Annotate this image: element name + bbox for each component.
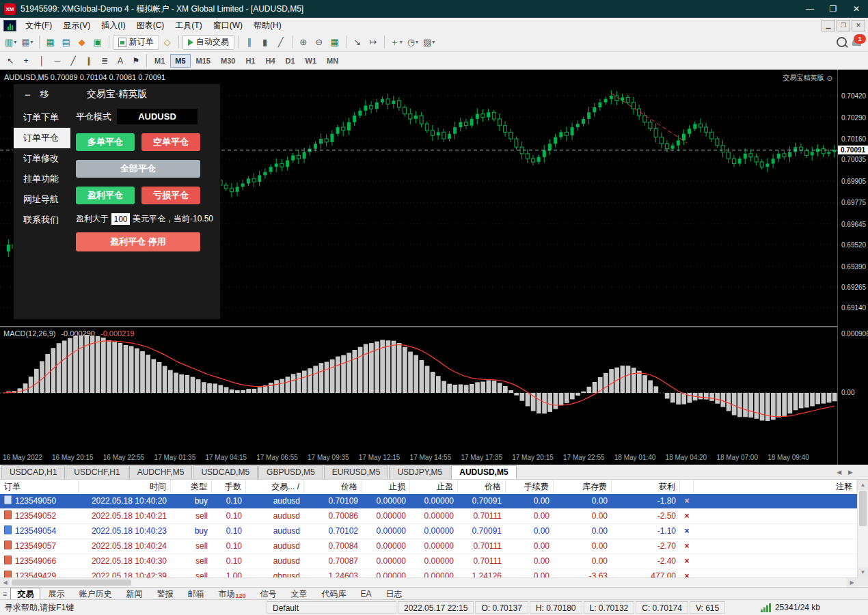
- chart-tab-usdcad-h1[interactable]: USDCAD,H1: [1, 465, 65, 479]
- menu-item-window[interactable]: 窗口(W): [208, 18, 248, 33]
- order-row[interactable]: 1235490542022.05.18 10:40:23buy0.10audus…: [0, 524, 857, 539]
- profit-close-toggle-button[interactable]: 盈利平仓 停用: [76, 232, 200, 251]
- market-watch-icon[interactable]: ▦: [43, 35, 58, 50]
- chart-tab-eurusd-m5[interactable]: EURUSD,M5: [324, 465, 389, 479]
- timeframe-m1[interactable]: M1: [150, 54, 169, 68]
- close-order-button[interactable]: ×: [680, 524, 694, 538]
- text-icon[interactable]: A: [113, 53, 128, 68]
- minimize-button[interactable]: —: [798, 0, 822, 18]
- menu-item-charts[interactable]: 图表(C): [131, 18, 170, 33]
- terminal-tab-警报[interactable]: 警报: [150, 588, 180, 600]
- profiles-icon[interactable]: ▦▾: [19, 35, 35, 50]
- order-row[interactable]: 1235490522022.05.18 10:40:21sell0.10audu…: [0, 509, 857, 524]
- notifications-area[interactable]: 1: [852, 38, 861, 46]
- order-row[interactable]: 1235490662022.05.18 10:40:30sell0.10audu…: [0, 554, 857, 569]
- panel-menu-item[interactable]: 联系我们: [14, 210, 70, 230]
- terminal-tab-文章[interactable]: 文章: [284, 588, 314, 600]
- terminal-tab-账户历史[interactable]: 账户历史: [72, 588, 118, 600]
- tile-windows-icon[interactable]: ▦: [327, 35, 342, 50]
- close-profit-button[interactable]: 盈利平仓: [76, 187, 135, 204]
- terminal-tab-展示[interactable]: 展示: [41, 588, 71, 600]
- close-button[interactable]: ✕: [845, 0, 868, 18]
- zoom-out-icon[interactable]: ⊖: [312, 35, 327, 50]
- close-order-button[interactable]: ×: [680, 509, 694, 523]
- order-row[interactable]: 1235490502022.05.18 10:40:20buy0.10audus…: [0, 494, 857, 509]
- new-chart-icon[interactable]: ▥▾: [3, 35, 18, 50]
- zoom-in-icon[interactable]: ⊕: [296, 35, 311, 50]
- profile-selector[interactable]: Default: [267, 601, 396, 614]
- terminal-icon[interactable]: ▣: [90, 35, 105, 50]
- chart-tab-gbpusd-m5[interactable]: GBPUSD,M5: [258, 465, 323, 479]
- horizontal-line-icon[interactable]: ─: [50, 53, 65, 68]
- scroll-down-icon[interactable]: ▼: [858, 567, 868, 577]
- column-header-tp[interactable]: 止盈: [410, 480, 458, 494]
- price-scale[interactable]: 0.704200.702900.701600.700350.699050.697…: [837, 70, 868, 465]
- terminal-tab-EA[interactable]: EA: [353, 588, 378, 600]
- column-header-profit[interactable]: 获利: [612, 480, 680, 494]
- trendline-icon[interactable]: ╱: [66, 53, 81, 68]
- terminal-tab-邮箱[interactable]: 邮箱: [180, 588, 211, 600]
- column-header-time[interactable]: 时间: [79, 480, 171, 494]
- terminal-panels-icon[interactable]: ≡: [3, 590, 7, 598]
- panel-menu-item[interactable]: 订单平仓: [14, 128, 70, 148]
- column-header-type[interactable]: 类型: [171, 480, 212, 494]
- terminal-tab-市场[interactable]: 市场120: [211, 588, 252, 600]
- chart-tab-audchf-m5[interactable]: AUDCHF,M5: [129, 465, 193, 479]
- column-header-lots[interactable]: 手数: [212, 480, 246, 494]
- new-order-button[interactable]: 新订单: [113, 35, 159, 50]
- column-header-sl[interactable]: 止损: [362, 480, 410, 494]
- chart-area[interactable]: AUDUSD,M5 0.70089 0.70104 0.70081 0.7009…: [0, 70, 868, 465]
- column-header-price2[interactable]: 价格: [458, 480, 506, 494]
- indicators-icon[interactable]: ＋▾: [388, 35, 405, 50]
- timeframe-m15[interactable]: M15: [191, 54, 215, 68]
- maximize-button[interactable]: ❐: [822, 0, 845, 18]
- column-header-commission[interactable]: 手续费: [506, 480, 554, 494]
- mdi-restore-button[interactable]: ❐: [837, 20, 850, 31]
- menu-item-file[interactable]: 文件(F): [20, 18, 57, 33]
- panel-menu-item[interactable]: 订单下单: [14, 107, 70, 128]
- mdi-close-button[interactable]: ✕: [852, 20, 865, 31]
- cursor-icon[interactable]: ↖: [3, 53, 18, 68]
- order-row[interactable]: 1235490572022.05.18 10:40:24sell0.10audu…: [0, 539, 857, 554]
- data-window-icon[interactable]: ▤: [59, 35, 74, 50]
- panel-menu-item[interactable]: 网址导航: [14, 189, 70, 210]
- profit-threshold-input[interactable]: [111, 213, 130, 225]
- chart-tab-audusd-m5[interactable]: AUDUSD,M5: [451, 465, 516, 479]
- horizontal-scroll-thumb[interactable]: [12, 579, 131, 586]
- crosshair-icon[interactable]: +: [18, 53, 33, 68]
- close-all-button[interactable]: 全部平仓: [76, 160, 200, 178]
- vertical-line-icon[interactable]: │: [34, 53, 49, 68]
- chart-bars-icon[interactable]: ∥: [242, 35, 257, 50]
- column-header-price[interactable]: 价格: [304, 480, 362, 494]
- terminal-tab-新闻[interactable]: 新闻: [119, 588, 149, 600]
- terminal-tab-交易[interactable]: 交易: [10, 588, 40, 600]
- menu-item-view[interactable]: 显示(V): [57, 18, 96, 33]
- timeframe-w1[interactable]: W1: [301, 54, 322, 68]
- close-mode-symbol[interactable]: AUDUSD: [117, 109, 198, 124]
- column-header-swap[interactable]: 库存费: [554, 480, 612, 494]
- chart-shift-icon[interactable]: ↦: [366, 35, 381, 50]
- column-header-close[interactable]: [680, 480, 694, 494]
- menu-item-insert[interactable]: 插入(I): [96, 18, 131, 33]
- tab-scroll-left-icon[interactable]: ◀: [834, 467, 844, 477]
- timeframe-mn[interactable]: MN: [322, 54, 343, 68]
- auto-trading-button[interactable]: 自动交易: [182, 35, 234, 50]
- templates-icon[interactable]: ▨▾: [421, 35, 437, 50]
- column-header-symbol[interactable]: 交易... /: [246, 480, 304, 494]
- orders-horizontal-scrollbar[interactable]: ◀ ▶: [0, 577, 857, 587]
- periods-icon[interactable]: ◷▾: [405, 35, 420, 50]
- terminal-tab-代码库[interactable]: 代码库: [314, 588, 353, 600]
- timeframe-m30[interactable]: M30: [216, 54, 240, 68]
- arrows-icon[interactable]: ⚑: [128, 53, 144, 68]
- vertical-scroll-thumb[interactable]: [859, 491, 867, 526]
- close-order-button[interactable]: ×: [680, 569, 694, 577]
- scroll-left-icon[interactable]: ◀: [0, 578, 10, 587]
- chart-tab-usdjpy-m5[interactable]: USDJPY,M5: [389, 465, 450, 479]
- auto-scroll-icon[interactable]: ↘: [350, 35, 365, 50]
- scroll-up-icon[interactable]: ▲: [858, 480, 868, 490]
- terminal-tab-信号[interactable]: 信号: [253, 588, 283, 600]
- timeframe-m5[interactable]: M5: [170, 54, 190, 68]
- timeframe-h1[interactable]: H1: [241, 54, 260, 68]
- close-short-button[interactable]: 空单平仓: [141, 133, 200, 151]
- metaeditor-icon[interactable]: ◇: [160, 35, 175, 50]
